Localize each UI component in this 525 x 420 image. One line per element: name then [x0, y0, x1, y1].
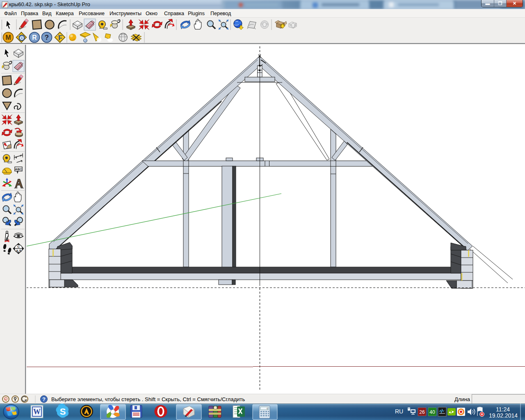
svg-text:S: S	[60, 406, 66, 417]
svg-text:26: 26	[419, 409, 425, 415]
svg-text:W: W	[33, 408, 41, 416]
svg-text:?: ?	[42, 396, 46, 402]
svg-text:40: 40	[429, 409, 435, 415]
